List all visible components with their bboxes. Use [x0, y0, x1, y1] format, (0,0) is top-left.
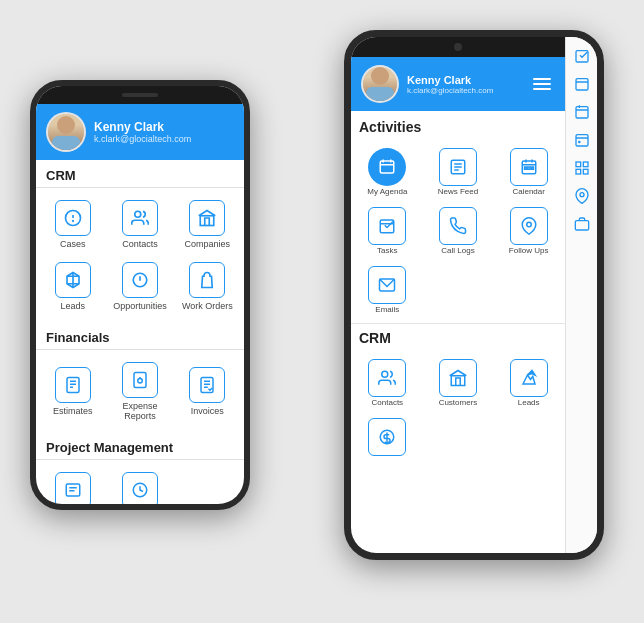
invoices-label: Invoices: [191, 406, 224, 417]
list-item[interactable]: Opportunities: [107, 256, 172, 316]
phone-right-screen: Kenny Clark k.clark@glocialtech.com Acti…: [351, 37, 597, 553]
calendar-icon: [510, 148, 548, 186]
news-feed-icon: [439, 148, 477, 186]
companies-icon: [189, 200, 225, 236]
call-logs-label: Call Logs: [441, 247, 474, 256]
hamburger-menu[interactable]: [529, 74, 555, 94]
avatar-right: [361, 65, 399, 103]
svg-rect-60: [576, 162, 581, 167]
list-item[interactable]: My Agenda: [353, 143, 422, 200]
opportunities-label: Opportunities: [113, 301, 167, 312]
customers-label: Customers: [439, 399, 478, 408]
invoices-icon: [189, 367, 225, 403]
sidebar-icon-2[interactable]: [571, 73, 593, 95]
right-sidebar: [565, 37, 597, 553]
list-item[interactable]: Calendar: [494, 143, 563, 200]
list-item[interactable]: Leads: [40, 256, 105, 316]
financials-grid: Estimates Expense Reports Invoices: [36, 350, 244, 433]
list-item[interactable]: Emails: [353, 261, 422, 318]
user-name: Kenny Clark: [94, 120, 234, 134]
crm-section-title: CRM: [351, 323, 565, 350]
news-feed-label: News Feed: [438, 188, 478, 197]
svg-rect-62: [576, 169, 581, 174]
svg-point-59: [578, 141, 579, 142]
customers-icon: [439, 359, 477, 397]
svg-point-3: [135, 211, 141, 217]
list-item[interactable]: Projects: [40, 466, 105, 504]
list-item[interactable]: Leads: [494, 354, 563, 411]
svg-rect-61: [583, 162, 588, 167]
svg-point-64: [580, 193, 584, 197]
list-item[interactable]: Estimates: [40, 356, 105, 427]
cases-label: Cases: [60, 239, 86, 250]
sidebar-icon-5[interactable]: [571, 157, 593, 179]
leads-label: Leads: [60, 301, 85, 312]
crm-grid-right: Contacts Customers Leads: [351, 350, 565, 465]
list-item[interactable]: Call Logs: [424, 202, 493, 259]
svg-rect-63: [583, 169, 588, 174]
dollar-icon: [368, 418, 406, 456]
svg-rect-42: [531, 167, 533, 169]
list-item[interactable]: Timesheets: [107, 466, 172, 504]
phone-left: Kenny Clark k.clark@glocialtech.com CRM …: [30, 80, 250, 510]
contacts-label: Contacts: [122, 239, 158, 250]
projects-icon: [55, 472, 91, 504]
section-pm: Project Management: [36, 432, 244, 460]
sidebar-icon-3[interactable]: [571, 101, 593, 123]
user-name-right: Kenny Clark: [407, 74, 521, 86]
list-item[interactable]: Invoices: [175, 356, 240, 427]
calendar-label: Calendar: [512, 188, 544, 197]
sidebar-icon-4[interactable]: [571, 129, 593, 151]
companies-label: Companies: [185, 239, 231, 250]
svg-rect-52: [576, 79, 588, 90]
crm-grid: Cases Contacts Companies: [36, 188, 244, 322]
sidebar-icon-6[interactable]: [571, 185, 593, 207]
phone-left-screen: Kenny Clark k.clark@glocialtech.com CRM …: [36, 86, 244, 504]
expense-reports-label: Expense Reports: [109, 401, 170, 423]
svg-rect-41: [528, 167, 530, 169]
leads-icon-right: [510, 359, 548, 397]
sidebar-icon-7[interactable]: [571, 213, 593, 235]
list-item[interactable]: [353, 413, 422, 461]
timesheets-icon: [122, 472, 158, 504]
expense-reports-icon: [122, 362, 158, 398]
activities-grid: My Agenda News Feed Calendar: [351, 139, 565, 321]
section-financials: Financials: [36, 322, 244, 350]
work-orders-label: Work Orders: [182, 301, 233, 312]
list-item[interactable]: Contacts: [353, 354, 422, 411]
my-agenda-icon: [368, 148, 406, 186]
svg-rect-40: [524, 167, 526, 169]
list-item[interactable]: Follow Ups: [494, 202, 563, 259]
phone-right: Kenny Clark k.clark@glocialtech.com Acti…: [344, 30, 604, 560]
sidebar-icon-1[interactable]: [571, 45, 593, 67]
contacts-icon-right: [368, 359, 406, 397]
list-item[interactable]: Tasks: [353, 202, 422, 259]
tasks-icon: [368, 207, 406, 245]
user-email: k.clark@glocialtech.com: [94, 134, 234, 144]
list-item[interactable]: Customers: [424, 354, 493, 411]
contacts-icon: [122, 200, 158, 236]
svg-point-47: [382, 372, 388, 378]
list-item[interactable]: Work Orders: [175, 256, 240, 316]
emails-icon: [368, 266, 406, 304]
my-agenda-label: My Agenda: [367, 188, 407, 197]
section-crm: CRM: [36, 160, 244, 188]
contacts-label-right: Contacts: [372, 399, 404, 408]
list-item[interactable]: Cases: [40, 194, 105, 254]
svg-rect-54: [576, 107, 588, 118]
call-logs-icon: [439, 207, 477, 245]
phone-left-header: Kenny Clark k.clark@glocialtech.com: [36, 104, 244, 160]
list-item[interactable]: Companies: [175, 194, 240, 254]
estimates-label: Estimates: [53, 406, 93, 417]
svg-rect-26: [381, 161, 395, 173]
list-item[interactable]: Contacts: [107, 194, 172, 254]
list-item[interactable]: News Feed: [424, 143, 493, 200]
svg-rect-16: [134, 372, 146, 387]
avatar: [46, 112, 86, 152]
phone-right-header: Kenny Clark k.clark@glocialtech.com: [351, 57, 565, 111]
list-item[interactable]: Expense Reports: [107, 356, 172, 427]
pm-grid: Projects Timesheets: [36, 460, 244, 504]
leads-label-right: Leads: [518, 399, 540, 408]
svg-point-2: [72, 221, 73, 222]
user-email-right: k.clark@glocialtech.com: [407, 86, 521, 95]
